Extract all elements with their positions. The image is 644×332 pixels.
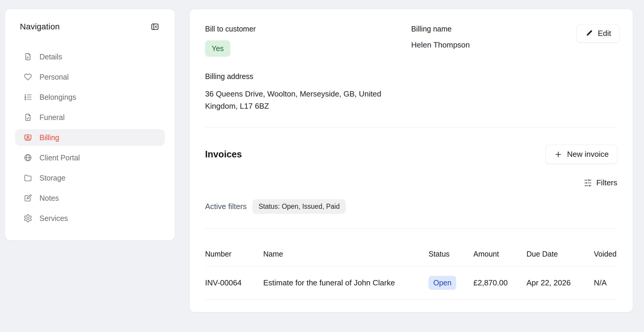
invoices-header: Invoices New invoice — [205, 145, 617, 164]
billing-address-value: 36 Queens Drive, Woolton, Merseyside, GB… — [205, 88, 407, 112]
navigation-panel: Navigation Details — [5, 9, 175, 241]
edit-button[interactable]: Edit — [576, 24, 620, 43]
column-header-name: Name — [263, 250, 429, 258]
invoice-number: INV-00064 — [205, 278, 263, 287]
new-invoice-button[interactable]: New invoice — [545, 145, 617, 164]
filters-row: Filters — [205, 178, 617, 187]
sidebar-item-label: Details — [39, 53, 62, 61]
status-filter-chip[interactable]: Status: Open, Issued, Paid — [253, 199, 346, 214]
status-badge: Open — [429, 276, 456, 290]
sidebar-item-label: Funeral — [39, 113, 65, 122]
invoice-voided: N/A — [594, 278, 617, 287]
table-row-divider — [205, 299, 617, 300]
collapse-sidebar-button[interactable] — [150, 22, 160, 32]
sidebar-item-details[interactable]: Details — [15, 48, 165, 65]
sidebar-item-label: Belongings — [39, 93, 76, 102]
column-header-amount: Amount — [473, 250, 526, 258]
numbered-list-icon — [23, 93, 32, 102]
bill-to-customer-label: Bill to customer — [205, 25, 411, 33]
active-filters-label: Active filters — [205, 202, 247, 211]
bill-to-customer-badge: Yes — [205, 40, 230, 57]
sidebar-item-funeral[interactable]: Funeral — [15, 109, 165, 126]
heart-icon — [23, 72, 32, 81]
navigation-title: Navigation — [20, 22, 60, 31]
sidebar-item-label: Notes — [39, 194, 59, 203]
sidebar-item-label: Client Portal — [39, 154, 80, 162]
filters-button[interactable]: Filters — [584, 178, 617, 187]
invoices-table: Number Name Status Amount Due Date Voide… — [205, 246, 617, 300]
invoice-name: Estimate for the funeral of John Clarke — [263, 278, 429, 287]
plus-icon — [554, 150, 562, 159]
pencil-square-icon — [23, 194, 32, 203]
sidebar-item-label: Billing — [39, 133, 59, 142]
sidebar-item-notes[interactable]: Notes — [15, 190, 165, 206]
section-divider — [205, 127, 617, 127]
invoice-amount: £2,870.00 — [473, 278, 526, 287]
billing-address-label: Billing address — [205, 72, 617, 81]
sidebar-item-storage[interactable]: Storage — [15, 170, 165, 186]
pencil-icon — [585, 29, 593, 37]
sidebar-item-billing[interactable]: Billing — [15, 129, 165, 146]
filters-divider — [205, 229, 617, 229]
billing-summary: Bill to customer Yes Billing name Helen … — [205, 25, 617, 57]
bill-to-customer-field: Bill to customer Yes — [205, 25, 411, 57]
globe-icon — [23, 153, 32, 162]
column-header-number: Number — [205, 250, 263, 258]
sidebar-item-belongings[interactable]: Belongings — [15, 89, 165, 105]
folder-icon — [23, 173, 32, 182]
invoice-status: Open — [429, 276, 473, 290]
invoice-due-date: Apr 22, 2026 — [526, 278, 594, 287]
new-invoice-button-label: New invoice — [567, 150, 609, 159]
gear-icon — [23, 214, 32, 223]
file-text-icon — [23, 52, 32, 61]
file-check-icon — [23, 113, 32, 122]
billing-panel: Bill to customer Yes Billing name Helen … — [189, 9, 633, 312]
column-header-due-date: Due Date — [526, 250, 594, 258]
column-header-voided: Voided — [594, 250, 617, 258]
active-filters-row: Active filters Status: Open, Issued, Pai… — [205, 199, 617, 214]
sidebar-item-services[interactable]: Services — [15, 210, 165, 227]
sidebar-item-personal[interactable]: Personal — [15, 69, 165, 85]
billing-address-field: Billing address 36 Queens Drive, Woolton… — [205, 72, 617, 112]
sidebar-item-label: Services — [39, 214, 68, 223]
sidebar-item-label: Personal — [39, 73, 69, 81]
navigation-list: Details Personal Belongings — [15, 48, 165, 227]
sidebar-item-client-portal[interactable]: Client Portal — [15, 149, 165, 166]
filters-button-label: Filters — [596, 178, 617, 187]
navigation-header: Navigation — [15, 19, 165, 32]
column-header-status: Status — [429, 250, 473, 258]
sliders-icon — [584, 179, 592, 187]
table-header-row: Number Name Status Amount Due Date Voide… — [205, 246, 617, 266]
panel-collapse-icon — [150, 22, 159, 31]
invoices-title: Invoices — [205, 149, 242, 160]
sidebar-item-label: Storage — [39, 174, 66, 182]
table-row[interactable]: INV-00064 Estimate for the funeral of Jo… — [205, 266, 617, 299]
edit-button-label: Edit — [598, 29, 611, 38]
banknote-icon — [23, 133, 32, 142]
